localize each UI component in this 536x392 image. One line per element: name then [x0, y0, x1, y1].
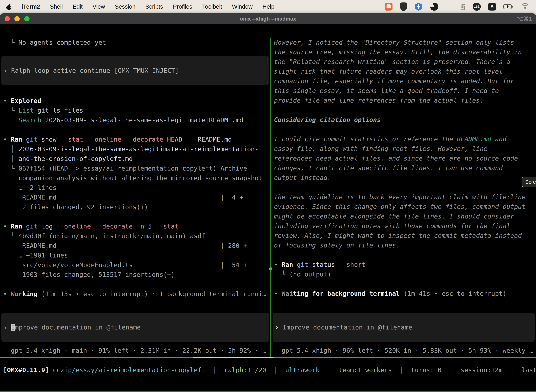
terminal-line	[3, 125, 270, 135]
screen-tooltip: Scre	[522, 177, 536, 187]
shield-grid-icon[interactable]	[400, 2, 407, 11]
badge-61-icon[interactable]: ..61	[473, 3, 481, 11]
menu-items: iTerm2ShellEditViewSessionScriptsProfile…	[21, 3, 274, 10]
terminal-line: │ 2026-03-09-is-legal-the-same-as-legiti…	[3, 144, 270, 154]
minimize-button[interactable]	[14, 16, 20, 21]
terminal-line	[3, 212, 270, 221]
terminal-line: The team guideline is to back every impo…	[274, 192, 536, 202]
terminal-line: │ and-the-erosion-of-copyleft.md	[3, 154, 270, 163]
terminal-line: Considering citation options	[274, 115, 536, 125]
terminal-line: • Explored	[3, 96, 270, 106]
terminal-line: essay file, along with finding root file…	[274, 144, 536, 154]
terminal-line: └ No agents completed yet	[3, 37, 270, 47]
terminal-line	[274, 250, 536, 260]
terminal-line: • Ran git status --short	[274, 260, 536, 269]
pane-divider[interactable]	[270, 37, 271, 357]
hexagon-bolt-icon[interactable]	[415, 3, 423, 11]
terminal-pane-right[interactable]: However, I noticed the "Directory Struct…	[272, 37, 536, 357]
terminal-line: • Waiting for background terminal (1m 41…	[274, 289, 536, 299]
terminal-pane-left[interactable]: └ No agents completed yet› Ralph loop ac…	[0, 37, 270, 357]
terminal-line: Search 2026-03-09-is-legal-the-same-as-l…	[3, 115, 270, 125]
terminal-line: gpt-5.4 xhigh · main · 91% left · 2.31M …	[3, 346, 270, 355]
terminal-line: … +1901 lines	[3, 250, 270, 260]
terminal-line: README.md | 4 +	[3, 192, 270, 202]
menu-item-session[interactable]: Session	[115, 3, 135, 10]
menu-item-view[interactable]: View	[92, 3, 105, 10]
terminal-content: └ No agents completed yet› Ralph loop ac…	[0, 37, 536, 392]
battery-icon[interactable]	[503, 4, 513, 9]
menu-item-help[interactable]: Help	[262, 3, 274, 10]
letter-a-icon[interactable]: A	[488, 3, 496, 10]
terminal-line: references need actual files, and since …	[274, 154, 536, 163]
terminal-line: 2 files changed, 92 insertions(+)	[3, 202, 270, 212]
terminal-line: └ 4b9d30f (origin/main, instructkr/main,…	[3, 231, 270, 241]
terminal-line: 1903 files changed, 513517 insertions(+)	[3, 270, 270, 280]
terminal-line: • Working (11m 13s • esc to interrupt) ·…	[3, 289, 270, 299]
menu-bar-status-icons: § ..61 A	[385, 2, 530, 11]
prompt-input-box[interactable]: › Improve documentation in @filename	[1, 313, 269, 342]
terminal-line: review. Also, I might want to inspect th…	[274, 231, 536, 240]
menu-item-window[interactable]: Window	[232, 3, 253, 10]
window-title-bar[interactable]: omx --xhigh --madmax ⌥⌘1	[0, 13, 536, 24]
menu-item-iterm2[interactable]: iTerm2	[21, 3, 40, 10]
apple-logo-icon[interactable]	[6, 4, 12, 10]
terminal-line	[274, 182, 536, 192]
terminal-line: └ (no output)	[274, 269, 536, 279]
tooltip-text: Scre	[525, 179, 536, 185]
macos-menu-bar: iTerm2ShellEditViewSessionScriptsProfile…	[0, 0, 536, 13]
iterm2-window: omx --xhigh --madmax ⌥⌘1 └ No agents com…	[0, 13, 536, 392]
prompt-input-box[interactable]: › Ralph loop active continue [OMX_TMUX_I…	[1, 56, 269, 85]
menu-item-profiles[interactable]: Profiles	[173, 3, 192, 10]
terminal-line: src/voice/voiceModeEnabled.ts | 54 +	[3, 260, 270, 270]
terminal-line: including verification notes with those …	[274, 221, 536, 231]
terminal-line: README.md | 280 +	[3, 241, 270, 250]
terminal-line: … +2 lines	[3, 183, 270, 192]
terminal-line: [OMX#0.11.9] cczip/essay/ai-reimplementa…	[3, 365, 536, 375]
menu-item-shell[interactable]: Shell	[50, 3, 63, 10]
menu-item-scripts[interactable]: Scripts	[145, 3, 163, 10]
terminal-line	[274, 125, 536, 134]
menu-item-edit[interactable]: Edit	[73, 3, 83, 10]
terminal-line: gpt-5.4 xhigh · 96% left · 520K in · 5.8…	[274, 346, 536, 355]
maximize-button[interactable]	[24, 16, 29, 21]
terminal-line: changes, I can't cite specific file line…	[274, 163, 536, 173]
terminal-line: However, I noticed the "Directory Struct…	[274, 37, 536, 47]
terminal-line: • Ran git show --stat --oneline --decora…	[3, 135, 270, 144]
terminal-line: output instead.	[274, 173, 536, 182]
chat-app-icon[interactable]	[385, 3, 392, 10]
terminal-line: this single essay, it seems like a good …	[274, 86, 536, 96]
terminal-line: provide file and line references from th…	[274, 96, 536, 105]
terminal-line: › Ralph loop active continue [OMX_TMUX_I…	[4, 66, 179, 75]
terminal-line: companion analysis without altering the …	[3, 173, 270, 183]
terminal-line: └ 067f154 (HEAD -> essay/ai-reimplementa…	[3, 163, 270, 173]
terminal-line: › Improve documentation in @filename	[4, 322, 141, 332]
window-title: omx --xhigh --madmax	[0, 16, 536, 22]
terminal-line	[274, 105, 536, 115]
close-button[interactable]	[5, 16, 10, 21]
terminal-line: companion file, especially if more comme…	[274, 76, 536, 86]
terminal-line: evidence. Since this change only affects…	[274, 202, 536, 211]
terminal-line: the source tree, missing the essay. Stil…	[274, 47, 536, 57]
pane-bottom-divider-highlight	[193, 357, 273, 358]
terminal-line	[274, 279, 536, 289]
pie-circle-icon[interactable]	[430, 3, 438, 11]
traffic-lights	[5, 16, 29, 21]
terminal-line: might be acceptable alongside the file l…	[274, 211, 536, 221]
menu-bar-left: iTerm2ShellEditViewSessionScriptsProfile…	[6, 3, 274, 10]
terminal-line: slight risk that future readers may over…	[274, 67, 536, 76]
terminal-line: › Improve documentation in @filename	[275, 322, 412, 332]
wifi-icon[interactable]	[521, 3, 530, 10]
squiggle-icon[interactable]: §	[461, 3, 465, 10]
omx-status-line: [OMX#0.11.9] cczip/essay/ai-reimplementa…	[3, 365, 536, 375]
terminal-line: I could cite commit statistics or refere…	[274, 134, 536, 144]
terminal-line: • Ran git log --oneline --decorate -n 5 …	[3, 221, 270, 231]
dots-grid-icon[interactable]	[446, 3, 454, 11]
terminal-line: the "Related research writing" section i…	[274, 57, 536, 67]
prompt-input-box[interactable]: › Improve documentation in @filename	[273, 313, 535, 342]
window-shortcut-badge: ⌥⌘1	[517, 15, 532, 22]
terminal-line: of focusing solely on file lines.	[274, 240, 536, 250]
terminal-line: └ List git ls-files	[3, 106, 270, 115]
menu-item-toolbelt[interactable]: Toolbelt	[202, 3, 222, 10]
terminal-line	[3, 280, 270, 289]
